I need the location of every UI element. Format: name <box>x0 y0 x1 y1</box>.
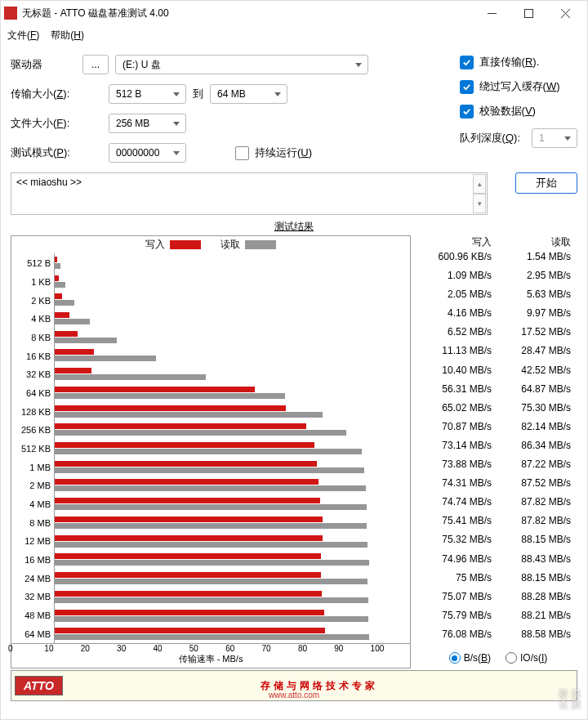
y-tick: 8 KB <box>11 329 54 347</box>
bar-row <box>55 476 410 495</box>
y-tick: 512 B <box>11 254 54 273</box>
footer-url: www.atto.com <box>269 691 319 700</box>
label-bypass-cache: 绕过写入缓存(W) <box>479 79 560 94</box>
radio-bytes-sec[interactable] <box>449 652 461 664</box>
browse-button[interactable]: ... <box>82 55 109 74</box>
y-tick: 4 MB <box>11 495 54 514</box>
write-value: 56.31 MB/s <box>419 383 498 402</box>
write-bar <box>55 572 321 578</box>
data-row: 75 MB/s88.15 MB/s <box>419 572 577 591</box>
desc-spin-up[interactable]: ▴ <box>473 174 486 194</box>
read-value: 1.54 MB/s <box>498 251 577 270</box>
read-value: 28.47 MB/s <box>498 345 577 364</box>
y-tick: 128 KB <box>11 402 54 421</box>
read-value: 87.82 MB/s <box>498 496 577 515</box>
label-queue-depth: 队列深度(Q): <box>460 131 520 145</box>
read-value: 87.22 MB/s <box>498 458 577 477</box>
col-read: 读取 <box>498 235 577 249</box>
write-bar <box>55 368 91 373</box>
y-tick: 1 MB <box>11 458 54 476</box>
menu-help[interactable]: 帮助(H) <box>51 29 84 42</box>
write-bar <box>55 312 69 318</box>
queue-depth-select[interactable]: 1 <box>532 128 577 148</box>
read-bar <box>55 356 156 361</box>
description-box[interactable]: << miaoshu >> ▴ ▾ <box>11 172 488 215</box>
read-bar <box>55 467 364 473</box>
y-tick: 32 MB <box>11 588 54 606</box>
read-bar <box>55 523 367 529</box>
read-value: 88.28 MB/s <box>498 591 577 610</box>
data-row: 6.52 MB/s17.52 MB/s <box>419 326 577 345</box>
x-tick: 50 <box>189 644 225 653</box>
write-value: 74.74 MB/s <box>419 496 498 515</box>
maximize-button[interactable] <box>510 2 547 25</box>
y-tick: 1 KB <box>11 273 54 292</box>
desc-spin-down[interactable]: ▾ <box>473 194 486 213</box>
radio-io-sec[interactable] <box>506 652 517 664</box>
test-mode-select[interactable]: 00000000 <box>109 143 186 163</box>
read-bar <box>55 319 90 324</box>
label-io-sec: IO/s(I) <box>520 652 547 664</box>
label-direct-io: 直接传输(R). <box>479 55 540 69</box>
data-row: 4.16 MB/s9.97 MB/s <box>419 307 577 326</box>
size-from-select[interactable]: 512 B <box>109 84 186 104</box>
y-tick: 24 MB <box>11 569 54 588</box>
data-row: 73.14 MB/s86.34 MB/s <box>419 440 577 458</box>
read-bar <box>55 634 369 640</box>
bypass-cache-checkbox[interactable] <box>460 80 474 94</box>
label-bytes-sec: B/s(B) <box>464 652 491 664</box>
data-row: 2.05 MB/s5.63 MB/s <box>419 288 577 307</box>
write-value: 6.52 MB/s <box>419 326 498 345</box>
data-row: 65.02 MB/s75.30 MB/s <box>419 402 577 421</box>
write-value: 600.96 KB/s <box>419 251 498 270</box>
bar-row <box>55 569 410 588</box>
bar-row <box>55 513 410 532</box>
write-value: 75.41 MB/s <box>419 515 498 534</box>
read-value: 88.21 MB/s <box>498 610 577 628</box>
write-bar <box>55 591 322 597</box>
bar-row <box>55 588 410 606</box>
close-button[interactable] <box>547 2 584 25</box>
menu-file[interactable]: 文件(F) <box>7 29 39 42</box>
direct-io-checkbox[interactable] <box>460 56 474 69</box>
footer-brand: ATTO <box>15 676 63 695</box>
continuous-checkbox[interactable] <box>235 146 249 160</box>
read-value: 2.95 MB/s <box>498 270 577 288</box>
label-continuous: 持续运行(U) <box>255 145 312 160</box>
minimize-button[interactable] <box>474 2 510 25</box>
write-value: 75.07 MB/s <box>419 591 498 610</box>
write-bar <box>55 293 62 299</box>
read-bar <box>55 263 60 269</box>
bar-row <box>55 494 410 513</box>
y-tick: 64 MB <box>11 624 54 643</box>
size-to-select[interactable]: 64 MB <box>210 84 287 104</box>
bar-row <box>55 364 410 383</box>
write-bar <box>55 275 59 281</box>
write-value: 75 MB/s <box>419 572 498 591</box>
read-value: 87.82 MB/s <box>498 515 577 534</box>
file-size-select[interactable]: 256 MB <box>109 114 186 133</box>
bar-row <box>55 328 410 347</box>
data-row: 74.74 MB/s87.82 MB/s <box>419 496 577 515</box>
y-tick: 32 KB <box>11 365 54 384</box>
drive-select[interactable]: (E:) U 盘 <box>115 55 368 74</box>
bar-row <box>55 402 410 421</box>
read-bar <box>55 579 368 584</box>
x-tick: 70 <box>262 644 298 653</box>
read-value: 88.43 MB/s <box>498 553 577 572</box>
read-bar <box>55 282 65 288</box>
window-title: 无标题 - ATTO 磁盘基准测试 4.00 <box>22 7 474 20</box>
legend-write-swatch <box>170 240 201 249</box>
bar-row <box>55 624 410 643</box>
data-row: 75.79 MB/s88.21 MB/s <box>419 610 577 628</box>
bar-row <box>55 253 410 272</box>
write-bar <box>55 498 320 503</box>
start-button[interactable]: 开始 <box>515 172 577 194</box>
x-tick: 60 <box>225 644 261 653</box>
read-bar <box>55 542 368 548</box>
verify-data-checkbox[interactable] <box>460 105 474 119</box>
bar-row <box>55 383 410 402</box>
bar-row <box>55 551 410 570</box>
write-bar <box>55 553 321 559</box>
label-to: 到 <box>193 87 203 101</box>
